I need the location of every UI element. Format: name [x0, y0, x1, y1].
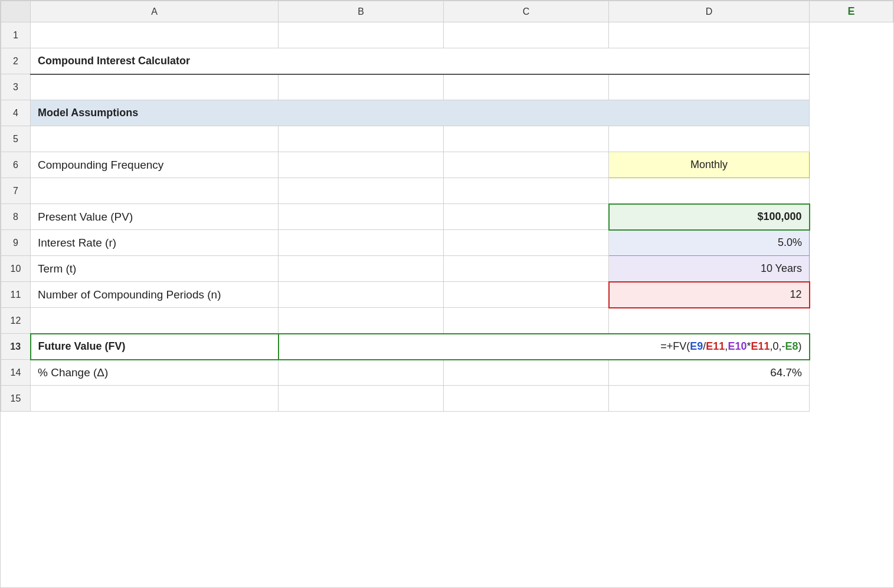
cell-10-b[interactable]: Term (t) [31, 256, 279, 282]
row-14: 14 % Change (Δ) 64.7% [1, 360, 893, 386]
cell-5-c[interactable] [279, 126, 444, 152]
cell-3-e[interactable] [609, 74, 810, 100]
row-num-8: 8 [1, 204, 31, 230]
cell-14-b[interactable]: % Change (Δ) [31, 360, 279, 386]
cell-present-value[interactable]: $100,000 [609, 204, 810, 230]
cell-1-e[interactable] [609, 22, 810, 48]
cell-model-assumptions[interactable]: Model Assumptions [31, 100, 810, 126]
row-num-5: 5 [1, 126, 31, 152]
row-num-14: 14 [1, 360, 31, 386]
cell-n-value[interactable]: 12 [609, 282, 810, 308]
row-8: 8 Present Value (PV) $100,000 [1, 204, 893, 230]
row-5: 5 [1, 126, 893, 152]
row-num-12: 12 [1, 308, 31, 334]
row-3: 3 [1, 74, 893, 100]
cell-fv-label[interactable]: Future Value (FV) [31, 334, 279, 360]
corner-header [1, 1, 31, 22]
cell-12-c[interactable] [279, 308, 444, 334]
cell-7-d[interactable] [444, 178, 609, 204]
cell-3-d[interactable] [444, 74, 609, 100]
cell-10-d[interactable] [444, 256, 609, 282]
cell-9-b[interactable]: Interest Rate (r) [31, 230, 279, 256]
cell-1-c[interactable] [279, 22, 444, 48]
row-num-13: 13 [1, 334, 31, 360]
cell-12-b[interactable] [31, 308, 279, 334]
row-num-2: 2 [1, 48, 31, 74]
cell-6-d[interactable] [444, 152, 609, 178]
cell-5-d[interactable] [444, 126, 609, 152]
row-num-9: 9 [1, 230, 31, 256]
cell-fv-formula[interactable]: =+FV(E9/E11,E10*E11,0,-E8) [279, 334, 810, 360]
row-num-11: 11 [1, 282, 31, 308]
col-header-c: C [444, 1, 609, 22]
col-header-e: E [810, 1, 893, 22]
row-1: 1 [1, 22, 893, 48]
cell-7-b[interactable] [31, 178, 279, 204]
cell-15-c[interactable] [279, 386, 444, 412]
row-11: 11 Number of Compounding Periods (n) 12 [1, 282, 893, 308]
row-4: 4 Model Assumptions [1, 100, 893, 126]
cell-term-value[interactable]: 10 Years [609, 256, 810, 282]
cell-title[interactable]: Compound Interest Calculator [31, 48, 810, 74]
cell-12-d[interactable] [444, 308, 609, 334]
cell-interest-rate-value[interactable]: 5.0% [609, 230, 810, 256]
row-num-4: 4 [1, 100, 31, 126]
cell-5-e[interactable] [609, 126, 810, 152]
cell-11-c[interactable] [279, 282, 444, 308]
cell-compounding-frequency-value[interactable]: Monthly [609, 152, 810, 178]
row-num-3: 3 [1, 74, 31, 100]
cell-1-d[interactable] [444, 22, 609, 48]
row-num-10: 10 [1, 256, 31, 282]
formula-display: =+FV(E9/E11,E10*E11,0,-E8) [660, 340, 801, 352]
cell-3-b[interactable] [31, 74, 279, 100]
cell-1-b[interactable] [31, 22, 279, 48]
cell-7-c[interactable] [279, 178, 444, 204]
cell-15-b[interactable] [31, 386, 279, 412]
row-num-6: 6 [1, 152, 31, 178]
cell-14-d[interactable] [444, 360, 609, 386]
col-header-a: A [31, 1, 279, 22]
row-15: 15 [1, 386, 893, 412]
cell-9-c[interactable] [279, 230, 444, 256]
row-7: 7 [1, 178, 893, 204]
cell-7-e[interactable] [609, 178, 810, 204]
cell-5-b[interactable] [31, 126, 279, 152]
row-num-15: 15 [1, 386, 31, 412]
cell-percent-change-value[interactable]: 64.7% [609, 360, 810, 386]
cell-11-b[interactable]: Number of Compounding Periods (n) [31, 282, 279, 308]
cell-15-e[interactable] [609, 386, 810, 412]
row-10: 10 Term (t) 10 Years [1, 256, 893, 282]
cell-8-b[interactable]: Present Value (PV) [31, 204, 279, 230]
cell-11-d[interactable] [444, 282, 609, 308]
spreadsheet: A B C D E 1 2 Compound Interest Calculat… [0, 0, 894, 588]
cell-3-c[interactable] [279, 74, 444, 100]
cell-14-c[interactable] [279, 360, 444, 386]
column-headers: A B C D E [1, 1, 893, 22]
row-9: 9 Interest Rate (r) 5.0% [1, 230, 893, 256]
row-num-1: 1 [1, 22, 31, 48]
row-13: 13 Future Value (FV) =+FV(E9/E11,E10*E11… [1, 334, 893, 360]
row-12: 12 [1, 308, 893, 334]
cell-6-c[interactable] [279, 152, 444, 178]
cell-15-d[interactable] [444, 386, 609, 412]
cell-10-c[interactable] [279, 256, 444, 282]
col-header-d: D [609, 1, 810, 22]
row-2: 2 Compound Interest Calculator [1, 48, 893, 74]
cell-8-d[interactable] [444, 204, 609, 230]
cell-12-e[interactable] [609, 308, 810, 334]
row-num-7: 7 [1, 178, 31, 204]
col-header-b: B [279, 1, 444, 22]
cell-8-c[interactable] [279, 204, 444, 230]
cell-9-d[interactable] [444, 230, 609, 256]
cell-6-b[interactable]: Compounding Frequency [31, 152, 279, 178]
row-6: 6 Compounding Frequency Monthly [1, 152, 893, 178]
